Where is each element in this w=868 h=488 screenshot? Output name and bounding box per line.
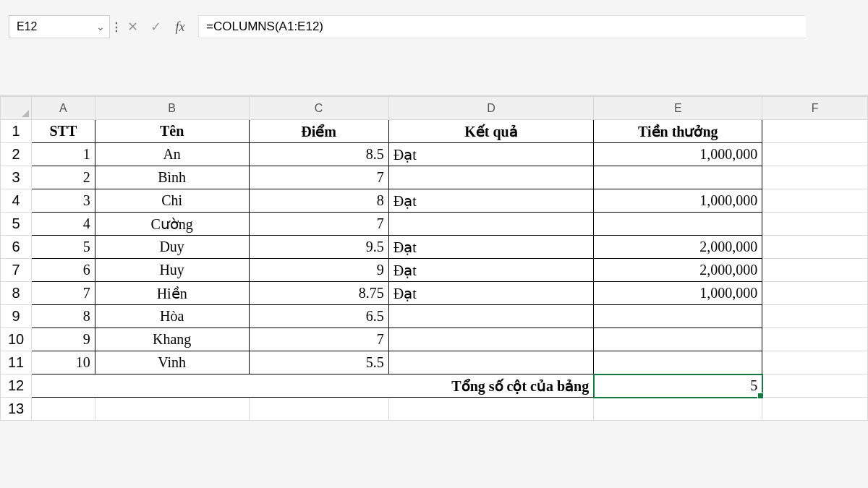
cell[interactable]: Vinh bbox=[95, 351, 249, 374]
row-header[interactable]: 5 bbox=[1, 213, 32, 236]
cell[interactable]: 6.5 bbox=[249, 305, 388, 328]
cell[interactable] bbox=[762, 143, 868, 166]
cell[interactable] bbox=[762, 282, 868, 305]
col-header[interactable]: C bbox=[249, 97, 388, 120]
cell[interactable]: 5 bbox=[32, 236, 95, 259]
row-header[interactable]: 6 bbox=[1, 236, 32, 259]
cell[interactable]: 9 bbox=[249, 259, 388, 282]
cell[interactable]: Cường bbox=[95, 213, 249, 236]
cell[interactable]: 7 bbox=[249, 166, 388, 189]
row-header[interactable]: 3 bbox=[1, 166, 32, 189]
select-all-corner[interactable] bbox=[1, 97, 32, 120]
cell[interactable] bbox=[762, 328, 868, 351]
col-header[interactable]: D bbox=[388, 97, 593, 120]
cell[interactable] bbox=[388, 328, 593, 351]
cell[interactable] bbox=[762, 236, 868, 259]
chevron-down-icon[interactable]: ⌄ bbox=[96, 21, 105, 33]
cell[interactable]: 8 bbox=[249, 189, 388, 213]
cell-E1[interactable]: Tiền thưởng bbox=[594, 120, 762, 143]
cell[interactable]: 8.5 bbox=[249, 143, 388, 166]
cell[interactable] bbox=[594, 213, 762, 236]
cell[interactable]: 2,000,000 bbox=[594, 259, 762, 282]
row-header[interactable]: 8 bbox=[1, 282, 32, 305]
cell[interactable] bbox=[249, 398, 388, 421]
cell[interactable]: Khang bbox=[95, 328, 249, 351]
cell[interactable] bbox=[762, 351, 868, 374]
col-header[interactable]: A bbox=[32, 97, 95, 120]
cell-summary-label[interactable]: Tổng số cột của bảng bbox=[32, 374, 594, 398]
row-header[interactable]: 1 bbox=[1, 120, 32, 143]
cell[interactable]: 7 bbox=[249, 213, 388, 236]
cell[interactable]: 10 bbox=[32, 351, 95, 374]
row-header[interactable]: 4 bbox=[1, 189, 32, 213]
cell[interactable] bbox=[388, 398, 593, 421]
cell[interactable]: Bình bbox=[95, 166, 249, 189]
cell[interactable] bbox=[594, 305, 762, 328]
cell[interactable] bbox=[388, 305, 593, 328]
cell[interactable]: 1,000,000 bbox=[594, 143, 762, 166]
cell[interactable] bbox=[762, 213, 868, 236]
cell[interactable]: 6 bbox=[32, 259, 95, 282]
cell-B1[interactable]: Tên bbox=[95, 120, 249, 143]
row-header[interactable]: 10 bbox=[1, 328, 32, 351]
cell[interactable]: 1 bbox=[32, 143, 95, 166]
row-header[interactable]: 13 bbox=[1, 398, 32, 421]
cell[interactable]: 8.75 bbox=[249, 282, 388, 305]
row-header[interactable]: 2 bbox=[1, 143, 32, 166]
cell-A1[interactable]: STT bbox=[32, 120, 95, 143]
cell[interactable]: 9 bbox=[32, 328, 95, 351]
cell[interactable] bbox=[32, 398, 95, 421]
cell[interactable] bbox=[762, 166, 868, 189]
enter-check-icon[interactable]: ✓ bbox=[146, 17, 165, 36]
cell[interactable] bbox=[762, 189, 868, 213]
cancel-x-icon[interactable]: ✕ bbox=[123, 17, 142, 36]
row-header[interactable]: 7 bbox=[1, 259, 32, 282]
cell[interactable]: Đạt bbox=[388, 259, 593, 282]
formula-input[interactable]: =COLUMNS(A1:E12) bbox=[198, 15, 806, 38]
col-header[interactable]: F bbox=[762, 97, 868, 120]
cell[interactable] bbox=[762, 259, 868, 282]
cell[interactable]: 1,000,000 bbox=[594, 189, 762, 213]
cell[interactable]: Huy bbox=[95, 259, 249, 282]
cell[interactable] bbox=[388, 351, 593, 374]
cell-F1[interactable] bbox=[762, 120, 868, 143]
cell[interactable] bbox=[95, 398, 249, 421]
cell-E12[interactable]: 5 bbox=[594, 374, 762, 398]
cell[interactable]: 2,000,000 bbox=[594, 236, 762, 259]
spreadsheet-grid[interactable]: A B C D E F 1 STT Tên Điểm Kết quả Tiền … bbox=[0, 95, 868, 421]
cell[interactable]: 7 bbox=[249, 328, 388, 351]
col-header[interactable]: E bbox=[594, 97, 762, 120]
cell[interactable]: Đạt bbox=[388, 236, 593, 259]
cell[interactable]: 3 bbox=[32, 189, 95, 213]
name-box[interactable]: E12 ⌄ bbox=[9, 15, 110, 38]
row-header[interactable]: 12 bbox=[1, 374, 32, 398]
cell[interactable]: 2 bbox=[32, 166, 95, 189]
cell[interactable] bbox=[594, 328, 762, 351]
fx-icon[interactable]: fx bbox=[169, 17, 191, 36]
cell[interactable] bbox=[594, 351, 762, 374]
row-header[interactable]: 9 bbox=[1, 305, 32, 328]
cell[interactable] bbox=[762, 305, 868, 328]
cell[interactable] bbox=[762, 398, 868, 421]
cell[interactable]: Duy bbox=[95, 236, 249, 259]
row-header[interactable]: 11 bbox=[1, 351, 32, 374]
cell[interactable]: 4 bbox=[32, 213, 95, 236]
cell[interactable]: Đạt bbox=[388, 189, 593, 213]
cell[interactable]: Hòa bbox=[95, 305, 249, 328]
cell[interactable]: 9.5 bbox=[249, 236, 388, 259]
cell-C1[interactable]: Điểm bbox=[249, 120, 388, 143]
cell[interactable]: 8 bbox=[32, 305, 95, 328]
col-header[interactable]: B bbox=[95, 97, 249, 120]
cell[interactable]: 5.5 bbox=[249, 351, 388, 374]
cell[interactable] bbox=[388, 166, 593, 189]
cell[interactable]: 1,000,000 bbox=[594, 282, 762, 305]
cell[interactable] bbox=[594, 398, 762, 421]
cell[interactable]: Chi bbox=[95, 189, 249, 213]
cell[interactable]: 7 bbox=[32, 282, 95, 305]
cell[interactable] bbox=[594, 166, 762, 189]
cell[interactable] bbox=[388, 213, 593, 236]
cell[interactable]: Đạt bbox=[388, 143, 593, 166]
cell[interactable]: An bbox=[95, 143, 249, 166]
cell[interactable]: Hiền bbox=[95, 282, 249, 305]
cell[interactable]: Đạt bbox=[388, 282, 593, 305]
